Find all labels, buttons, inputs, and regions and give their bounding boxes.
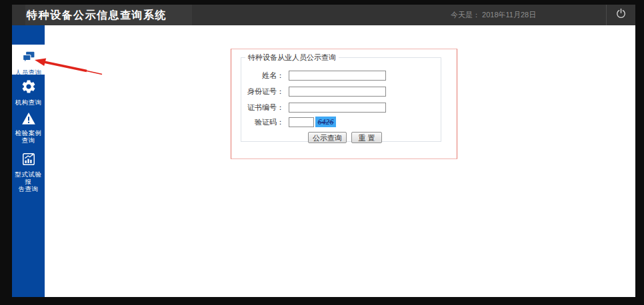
id-number-input[interactable] — [289, 87, 386, 97]
current-date: 今天是： 2018年11月28日 — [451, 5, 536, 25]
captcha-image[interactable]: 6426 — [315, 117, 336, 127]
sidebar-item-label: 机构查询 — [12, 99, 45, 106]
form-buttons: 公示查询 重 置 — [308, 132, 382, 143]
captcha-label: 验证码： — [241, 117, 284, 127]
name-label: 姓名： — [241, 71, 284, 81]
sidebar-item-label-line1: 检验案例 — [12, 129, 45, 137]
sidebar-item-label-line1: 型式试验报 — [12, 170, 45, 185]
query-button[interactable]: 公示查询 — [308, 132, 347, 143]
id-number-label: 身份证号： — [241, 87, 284, 97]
chart-icon — [12, 152, 45, 169]
power-icon — [615, 7, 627, 23]
date-label: 今天是： — [451, 11, 480, 19]
header-bar: 特种设备公示信息查询系统 今天是： 2018年11月28日 — [12, 5, 635, 25]
page-title: 特种设备公示信息查询系统 — [27, 5, 167, 25]
sidebar-item-label-line2: 告查询 — [12, 185, 45, 192]
name-input[interactable] — [289, 71, 386, 81]
name-row: 姓名： — [241, 69, 386, 81]
logout-button[interactable] — [606, 5, 635, 25]
captcha-row: 验证码： 6426 — [241, 116, 336, 128]
warning-icon — [12, 112, 45, 128]
certificate-number-row: 证书编号： — [241, 101, 386, 113]
sidebar-item-personnel-query[interactable]: 人员查询 — [12, 45, 45, 75]
main-content: 特种设备从业人员公示查询 姓名： 身份证号： 证书编号： 验证码： 6426 — [45, 25, 635, 297]
query-form-panel: 特种设备从业人员公示查询 姓名： 身份证号： 证书编号： 验证码： 6426 — [231, 49, 457, 159]
app-window: 特种设备公示信息查询系统 今天是： 2018年11月28日 人员查询 — [0, 0, 644, 305]
gear-icon — [12, 79, 45, 97]
personnel-query-fieldset: 特种设备从业人员公示查询 姓名： 身份证号： 证书编号： 验证码： 6426 — [241, 53, 441, 142]
certificate-number-input[interactable] — [289, 103, 386, 113]
id-number-row: 身份证号： — [241, 85, 386, 97]
certificate-number-label: 证书编号： — [241, 103, 284, 113]
form-legend: 特种设备从业人员公示查询 — [245, 53, 339, 63]
sidebar: 人员查询 机构查询 检验案例 查询 — [12, 25, 45, 297]
sidebar-item-organization-query[interactable]: 机构查询 — [12, 75, 45, 108]
captcha-input[interactable] — [289, 117, 314, 127]
sidebar-item-label-line2: 查询 — [12, 137, 45, 144]
comments-icon — [12, 50, 45, 67]
sidebar-item-type-test-report-query[interactable]: 型式试验报 告查询 — [12, 148, 45, 182]
date-value: 2018年11月28日 — [482, 11, 536, 19]
reset-button[interactable]: 重 置 — [351, 132, 382, 143]
sidebar-item-inspection-case-query[interactable]: 检验案例 查询 — [12, 108, 45, 143]
